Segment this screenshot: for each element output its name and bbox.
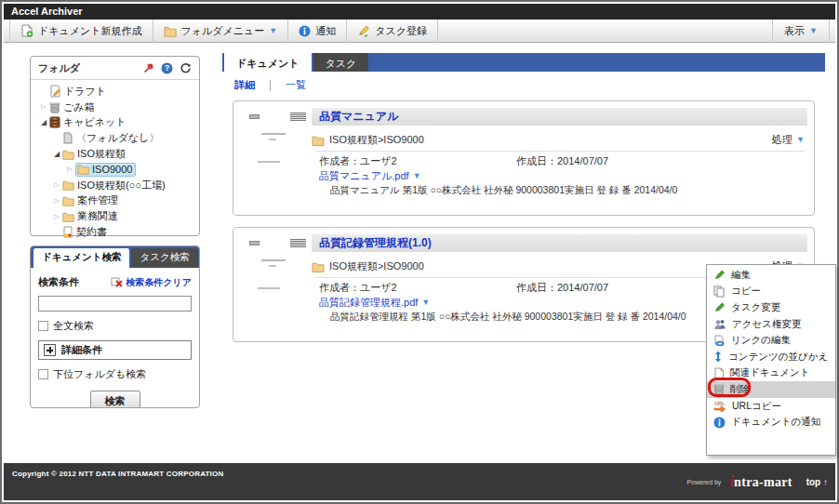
menu-item-label: コンテンツの並びかえ [728,351,828,364]
folder-icon [77,164,89,175]
new-document-icon [20,24,33,37]
url-icon: URL [713,400,726,412]
clear-search-conditions-link[interactable]: 検索条件クリア [111,276,192,289]
back-to-top-link[interactable]: top ↑ [806,477,828,487]
tree-item-iso-rules[interactable]: ◢ ISO規程類 [33,146,197,162]
menu-item-sort-contents[interactable]: コンテンツの並びかえ [707,349,835,365]
menu-item-delete[interactable]: 削除 [707,381,835,398]
pin-icon[interactable] [143,62,154,73]
tree-item-case-management[interactable]: ▷ 案件管理 [33,193,197,209]
folder-tree: ドラフト ▷ ごみ箱 ◢ キャビネット 〈フォルダなし〉 ◢ ISO規程類 [31,80,199,244]
collapse-toggle-icon[interactable]: ◢ [38,118,49,126]
draft-icon [49,85,61,98]
display-menu-button[interactable]: 表示 ▼ [772,20,830,43]
chevron-down-icon: ▼ [269,27,277,35]
expand-toggle-icon[interactable]: ▷ [38,103,49,111]
link-icon [713,335,726,347]
toolbar: ドキュメント新規作成 フォルダメニュー ▼ 通知 タスク登録 表示 ▼ [4,20,835,43]
copyright-text: Copyright © 2012 NTT DATA INTRAMART CORP… [12,470,223,478]
folder-icon [62,149,74,160]
document-title: 品質マニュアル [312,108,807,126]
document-file-link[interactable]: 品質マニュアル.pdf [319,169,409,183]
app-title: Accel Archiver [4,4,835,20]
document-creator: 作成者：ユーザ2 [319,281,516,295]
expand-toggle-icon[interactable]: ▷ [51,213,62,220]
search-button[interactable]: 検索 [90,391,140,408]
menu-item-label: リンクの編集 [731,334,791,347]
folder-panel: フォルダ ? ドラフト ▷ ごみ箱 ◢ キャビネット [30,56,200,236]
menu-item-url-copy[interactable]: URL URLコピー [707,398,835,415]
document-created-date: 作成日：2014/07/07 [516,154,608,168]
new-document-button[interactable]: ドキュメント新規作成 [9,20,153,43]
detail-conditions-expander[interactable]: 詳細条件 [38,340,192,360]
document-file-link[interactable]: 品質記録管理規程.pdf [319,296,418,310]
tree-item-iso-rules-factory[interactable]: ▷ ISO規程類(○○工場) [33,178,197,193]
menu-item-document-notification[interactable]: ドキュメントの通知 [707,414,835,431]
intra-mart-logo: intra-mart [729,473,792,490]
document-created-date: 作成日：2014/07/07 [516,281,608,295]
plus-icon[interactable] [44,344,56,356]
tree-item-label: キャビネット [63,115,127,129]
tree-item-contracts[interactable]: 契約書 [33,224,197,240]
divider [270,80,271,91]
menu-item-task-change[interactable]: タスク変更 [707,299,835,316]
notification-button[interactable]: 通知 [288,20,347,43]
document-folder-path: ISO規程類>ISO9000 [329,259,424,273]
tree-item-label: ごみ箱 [63,100,95,114]
menu-item-copy[interactable]: コピー [707,284,835,300]
display-menu-label: 表示 [784,24,805,38]
tree-item-business-related[interactable]: ▷ 業務関連 [33,208,197,224]
info-icon [713,417,726,429]
clear-icon [111,277,123,288]
tab-task-search[interactable]: タスク検索 [131,248,197,268]
menu-item-label: タスク変更 [731,301,780,314]
menu-item-related-document[interactable]: 関連ドキュメント [707,365,835,382]
tree-item-label: 業務関連 [77,209,118,223]
tree-item-trash[interactable]: ▷ ごみ箱 [33,99,197,115]
tab-document[interactable]: ドキュメント [224,53,312,72]
pencil-icon [713,301,726,313]
chevron-down-icon[interactable]: ▼ [413,172,421,180]
cabinet-icon [49,116,60,128]
document-thumbnail[interactable] [245,235,310,332]
expand-toggle-icon[interactable]: ▷ [51,181,62,189]
menu-item-label: コピー [731,285,761,298]
menu-item-access-rights[interactable]: アクセス権変更 [707,316,835,333]
tab-document-search[interactable]: ドキュメント検索 [33,248,129,268]
tree-item-cabinet[interactable]: ◢ キャビネット [33,115,197,131]
expand-toggle-icon[interactable]: ▷ [51,197,62,205]
menu-item-edit-link[interactable]: リンクの編集 [707,332,835,349]
document-thumbnail[interactable] [245,109,310,206]
fulltext-checkbox[interactable] [38,321,48,331]
help-icon[interactable]: ? [161,62,173,74]
folder-icon [62,179,74,191]
tree-item-iso9000[interactable]: ▷ ISO9000 [33,162,197,178]
tab-task[interactable]: タスク [313,53,369,72]
folder-icon [62,211,74,222]
document-folder-path: ISO規程類>ISO9000 [329,133,424,147]
refresh-icon[interactable] [180,62,192,74]
menu-item-edit[interactable]: 編集 [707,267,835,284]
related-document-icon [713,367,725,379]
tree-item-no-folder[interactable]: 〈フォルダなし〉 [33,130,197,146]
chevron-down-icon[interactable]: ▼ [421,298,430,307]
folder-icon [312,261,325,272]
chevron-down-icon: ▼ [809,27,818,35]
expand-toggle-icon[interactable]: ▷ [64,166,75,173]
process-menu-button[interactable]: 処理 ▼ [772,133,805,147]
folder-icon [164,25,177,37]
search-keyword-input[interactable] [38,296,192,312]
tree-item-draft[interactable]: ドラフト [33,84,197,99]
view-detail-link[interactable]: 詳細 [234,78,255,92]
view-switcher: 詳細 一覧 [234,78,306,92]
task-register-button[interactable]: タスク登録 [347,20,438,43]
info-icon [299,25,311,37]
tree-item-label: ISO規程類(○○工場) [77,179,166,192]
folder-menu-button[interactable]: フォルダメニュー ▼ [153,20,289,43]
subfolder-checkbox[interactable] [38,369,48,379]
view-list-link[interactable]: 一覧 [286,78,306,92]
powered-by-label: Powered by [686,479,721,485]
clear-link-label: 検索条件クリア [126,276,192,289]
collapse-toggle-icon[interactable]: ◢ [51,150,62,158]
selected-tree-item[interactable]: ISO9000 [75,163,136,177]
